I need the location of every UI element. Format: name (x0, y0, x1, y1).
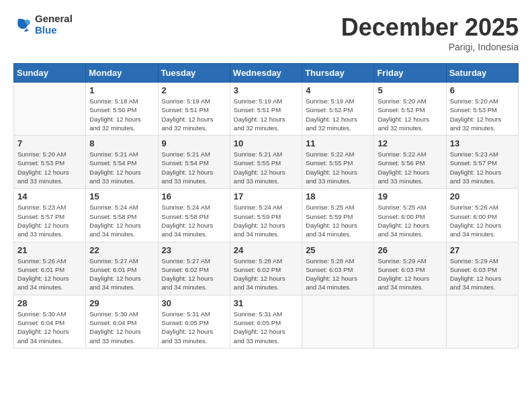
day-info: Sunrise: 5:19 AM Sunset: 5:52 PM Dayligh… (306, 97, 370, 132)
calendar-day: 26Sunrise: 5:29 AM Sunset: 6:03 PM Dayli… (374, 242, 446, 295)
logo-blue: Blue (35, 25, 73, 36)
calendar-day: 9Sunrise: 5:21 AM Sunset: 5:54 PM Daylig… (158, 136, 230, 189)
calendar-day: 25Sunrise: 5:28 AM Sunset: 6:03 PM Dayli… (302, 242, 374, 295)
calendar-day: 11Sunrise: 5:22 AM Sunset: 5:55 PM Dayli… (302, 136, 374, 189)
calendar-day (302, 295, 374, 348)
day-number: 27 (450, 245, 515, 255)
calendar-day: 6Sunrise: 5:20 AM Sunset: 5:53 PM Daylig… (446, 83, 518, 136)
calendar-day: 31Sunrise: 5:31 AM Sunset: 6:05 PM Dayli… (230, 295, 302, 348)
day-number: 5 (378, 85, 442, 95)
day-info: Sunrise: 5:20 AM Sunset: 5:52 PM Dayligh… (378, 97, 442, 132)
day-number: 17 (234, 191, 298, 201)
day-info: Sunrise: 5:20 AM Sunset: 5:53 PM Dayligh… (17, 150, 82, 185)
day-number: 14 (17, 191, 82, 201)
day-number: 9 (162, 138, 226, 148)
calendar-day: 2Sunrise: 5:19 AM Sunset: 5:51 PM Daylig… (158, 83, 230, 136)
day-info: Sunrise: 5:31 AM Sunset: 6:05 PM Dayligh… (162, 310, 226, 345)
day-number: 19 (378, 191, 442, 201)
day-number: 15 (89, 191, 154, 201)
calendar-day: 12Sunrise: 5:22 AM Sunset: 5:56 PM Dayli… (374, 136, 446, 189)
day-info: Sunrise: 5:30 AM Sunset: 6:04 PM Dayligh… (89, 310, 154, 345)
day-info: Sunrise: 5:24 AM Sunset: 5:58 PM Dayligh… (162, 203, 226, 238)
day-number: 18 (306, 191, 370, 201)
calendar-day: 15Sunrise: 5:24 AM Sunset: 5:58 PM Dayli… (86, 189, 158, 242)
calendar-week-row: 14Sunrise: 5:23 AM Sunset: 5:57 PM Dayli… (14, 189, 519, 242)
day-number: 20 (450, 191, 515, 201)
calendar-day: 22Sunrise: 5:27 AM Sunset: 6:01 PM Dayli… (86, 242, 158, 295)
logo-text: General Blue (35, 13, 73, 36)
day-number: 16 (162, 191, 226, 201)
day-info: Sunrise: 5:26 AM Sunset: 6:01 PM Dayligh… (17, 257, 82, 292)
calendar-day: 19Sunrise: 5:25 AM Sunset: 6:00 PM Dayli… (374, 189, 446, 242)
day-number: 13 (450, 138, 515, 148)
day-number: 31 (234, 298, 298, 308)
day-number: 12 (378, 138, 442, 148)
day-info: Sunrise: 5:25 AM Sunset: 6:00 PM Dayligh… (378, 203, 442, 238)
day-info: Sunrise: 5:20 AM Sunset: 5:53 PM Dayligh… (450, 97, 515, 132)
day-number: 25 (306, 245, 370, 255)
day-info: Sunrise: 5:28 AM Sunset: 6:02 PM Dayligh… (234, 257, 298, 292)
day-info: Sunrise: 5:18 AM Sunset: 5:50 PM Dayligh… (89, 97, 154, 132)
calendar-day: 20Sunrise: 5:26 AM Sunset: 6:00 PM Dayli… (446, 189, 518, 242)
day-info: Sunrise: 5:22 AM Sunset: 5:56 PM Dayligh… (378, 150, 442, 185)
calendar-day (14, 83, 86, 136)
logo: General Blue (13, 13, 73, 36)
day-number: 22 (89, 245, 154, 255)
calendar-week-row: 28Sunrise: 5:30 AM Sunset: 6:04 PM Dayli… (14, 295, 519, 348)
calendar-day: 21Sunrise: 5:26 AM Sunset: 6:01 PM Dayli… (14, 242, 86, 295)
month-title: December 2025 (341, 13, 519, 42)
calendar-day: 17Sunrise: 5:24 AM Sunset: 5:59 PM Dayli… (230, 189, 302, 242)
calendar-day: 3Sunrise: 5:19 AM Sunset: 5:51 PM Daylig… (230, 83, 302, 136)
day-info: Sunrise: 5:29 AM Sunset: 6:03 PM Dayligh… (450, 257, 515, 292)
weekday-header: Monday (86, 64, 158, 83)
day-number: 10 (234, 138, 298, 148)
calendar-day: 14Sunrise: 5:23 AM Sunset: 5:57 PM Dayli… (14, 189, 86, 242)
weekday-header: Wednesday (230, 64, 302, 83)
calendar-day: 13Sunrise: 5:23 AM Sunset: 5:57 PM Dayli… (446, 136, 518, 189)
calendar-day: 1Sunrise: 5:18 AM Sunset: 5:50 PM Daylig… (86, 83, 158, 136)
page-header: General Blue December 2025 Parigi, Indon… (13, 13, 519, 52)
calendar-day: 10Sunrise: 5:21 AM Sunset: 5:55 PM Dayli… (230, 136, 302, 189)
day-info: Sunrise: 5:23 AM Sunset: 5:57 PM Dayligh… (450, 150, 515, 185)
day-info: Sunrise: 5:26 AM Sunset: 6:00 PM Dayligh… (450, 203, 515, 238)
day-info: Sunrise: 5:19 AM Sunset: 5:51 PM Dayligh… (162, 97, 226, 132)
day-number: 30 (162, 298, 226, 308)
calendar-day: 7Sunrise: 5:20 AM Sunset: 5:53 PM Daylig… (14, 136, 86, 189)
day-number: 2 (162, 85, 226, 95)
calendar-day (374, 295, 446, 348)
logo-icon (13, 15, 32, 34)
day-number: 3 (234, 85, 298, 95)
calendar-day: 5Sunrise: 5:20 AM Sunset: 5:52 PM Daylig… (374, 83, 446, 136)
weekday-header: Sunday (14, 64, 86, 83)
calendar-day: 28Sunrise: 5:30 AM Sunset: 6:04 PM Dayli… (14, 295, 86, 348)
day-info: Sunrise: 5:21 AM Sunset: 5:54 PM Dayligh… (162, 150, 226, 185)
day-info: Sunrise: 5:25 AM Sunset: 5:59 PM Dayligh… (306, 203, 370, 238)
calendar-day: 24Sunrise: 5:28 AM Sunset: 6:02 PM Dayli… (230, 242, 302, 295)
calendar-day: 27Sunrise: 5:29 AM Sunset: 6:03 PM Dayli… (446, 242, 518, 295)
logo-general: General (35, 13, 73, 25)
day-info: Sunrise: 5:24 AM Sunset: 5:59 PM Dayligh… (234, 203, 298, 238)
day-info: Sunrise: 5:19 AM Sunset: 5:51 PM Dayligh… (234, 97, 298, 132)
day-info: Sunrise: 5:22 AM Sunset: 5:55 PM Dayligh… (306, 150, 370, 185)
calendar-week-row: 1Sunrise: 5:18 AM Sunset: 5:50 PM Daylig… (14, 83, 519, 136)
weekday-header: Saturday (446, 64, 518, 83)
calendar-day: 30Sunrise: 5:31 AM Sunset: 6:05 PM Dayli… (158, 295, 230, 348)
calendar-day: 4Sunrise: 5:19 AM Sunset: 5:52 PM Daylig… (302, 83, 374, 136)
location: Parigi, Indonesia (341, 42, 519, 52)
day-number: 8 (89, 138, 154, 148)
day-info: Sunrise: 5:27 AM Sunset: 6:01 PM Dayligh… (89, 257, 154, 292)
weekday-header: Thursday (302, 64, 374, 83)
day-info: Sunrise: 5:31 AM Sunset: 6:05 PM Dayligh… (234, 310, 298, 345)
weekday-header: Tuesday (158, 64, 230, 83)
day-info: Sunrise: 5:28 AM Sunset: 6:03 PM Dayligh… (306, 257, 370, 292)
weekday-header: Friday (374, 64, 446, 83)
day-number: 26 (378, 245, 442, 255)
day-info: Sunrise: 5:27 AM Sunset: 6:02 PM Dayligh… (162, 257, 226, 292)
weekday-header-row: SundayMondayTuesdayWednesdayThursdayFrid… (14, 64, 519, 83)
calendar-day: 23Sunrise: 5:27 AM Sunset: 6:02 PM Dayli… (158, 242, 230, 295)
day-number: 11 (306, 138, 370, 148)
day-info: Sunrise: 5:29 AM Sunset: 6:03 PM Dayligh… (378, 257, 442, 292)
day-number: 28 (17, 298, 82, 308)
day-number: 6 (450, 85, 515, 95)
day-number: 29 (89, 298, 154, 308)
